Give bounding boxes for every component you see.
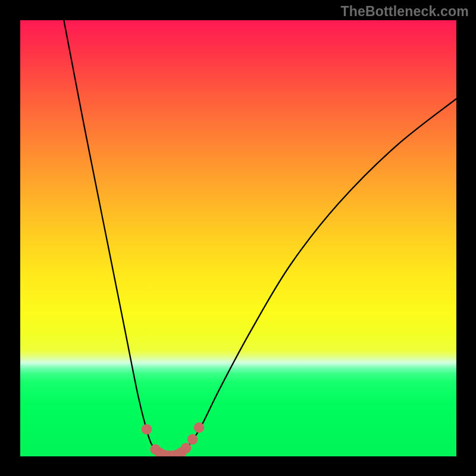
marker-dot <box>194 422 205 433</box>
marker-dot <box>181 443 192 453</box>
marker-dot <box>187 434 198 445</box>
chart-frame: TheBottleneck.com <box>0 0 476 476</box>
plot-area <box>20 20 456 456</box>
marker-group <box>142 422 205 456</box>
curve-layer <box>20 20 456 456</box>
v-curve-path <box>64 20 456 456</box>
bottleneck-curve <box>64 20 456 456</box>
watermark-text: TheBottleneck.com <box>340 4 469 20</box>
marker-dot <box>142 424 152 435</box>
